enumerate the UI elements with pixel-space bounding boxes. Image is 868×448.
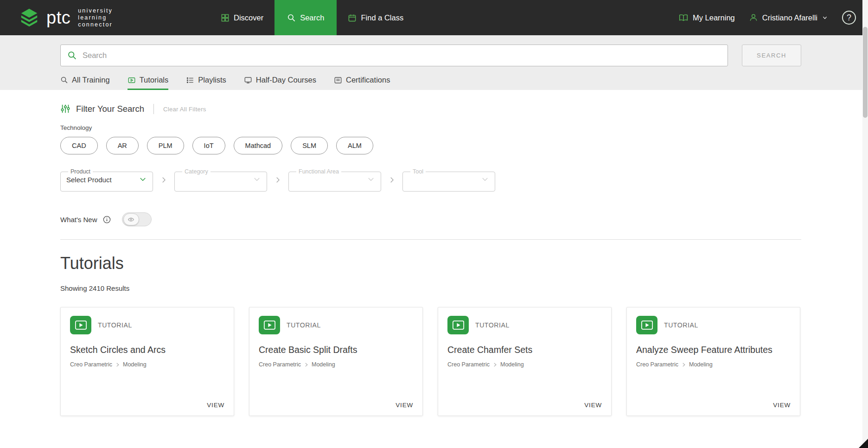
chevron-right-icon [160,175,168,185]
card-type-label: TUTORIAL [664,321,698,329]
section-divider [60,239,801,240]
search-input-wrap [60,45,728,66]
user-menu[interactable]: Cristiano Afarelli [749,13,828,22]
whats-new-toggle[interactable] [122,212,152,226]
brand-logo-group[interactable]: ptc university learning connector [19,7,113,28]
certificate-icon [334,76,342,84]
tagline-line-3: connector [78,21,113,28]
tutorial-video-icon [259,316,280,334]
scrollbar-thumb[interactable] [863,27,868,118]
tool-dropdown[interactable]: Tool [402,168,495,192]
functional-area-dropdown-value-row[interactable] [294,175,375,184]
card-type-label: TUTORIAL [98,321,132,329]
result-type-tabs: All Training Tutorials Playlists [60,71,390,90]
chevron-down-icon [481,175,489,184]
breadcrumb-item[interactable]: Creo Parametric [447,361,490,368]
search-submit-button[interactable]: SEARCH [742,45,801,66]
card-head: TUTORIAL [259,316,413,334]
product-dropdown[interactable]: Product Select Product [60,168,153,192]
monitor-icon [244,76,252,84]
view-button[interactable]: VIEW [773,402,791,409]
view-button[interactable]: VIEW [207,402,224,409]
breadcrumb-item[interactable]: Modeling [689,361,713,368]
card-title[interactable]: Create Chamfer Sets [447,345,602,355]
nav-item-search[interactable]: Search [274,0,337,35]
nav-item-my-learning[interactable]: My Learning [678,13,735,23]
playlist-icon [186,76,194,84]
tutorial-card[interactable]: TUTORIAL Sketch Circles and Arcs Creo Pa… [60,307,234,416]
card-head: TUTORIAL [447,316,602,334]
breadcrumb-item[interactable]: Creo Parametric [259,361,301,368]
functional-area-dropdown[interactable]: Functional Area [288,168,381,192]
magnifier-icon [67,51,77,60]
category-dropdown[interactable]: Category [174,168,267,192]
info-icon[interactable] [102,215,111,224]
card-title[interactable]: Sketch Circles and Arcs [70,345,224,355]
card-title[interactable]: Analyze Sweep Feature Attributes [636,345,791,355]
card-head: TUTORIAL [70,316,224,334]
tutorial-card[interactable]: TUTORIAL Create Chamfer Sets Creo Parame… [438,307,612,416]
tab-label: Playlists [198,76,226,84]
results-heading: Tutorials [60,254,801,273]
tab-all-training[interactable]: All Training [60,71,110,90]
main-content: Filter Your Search Clear All Filters Tec… [0,104,868,416]
clear-all-filters-button[interactable]: Clear All Filters [163,106,206,113]
filter-header: Filter Your Search Clear All Filters [60,104,801,114]
tab-label: Certifications [346,76,390,84]
category-dropdown-value-row[interactable] [180,175,261,184]
product-dropdown-value-row[interactable]: Select Product [66,175,147,184]
user-icon [749,13,758,22]
view-button[interactable]: VIEW [396,402,413,409]
pill-slm[interactable]: SLM [291,137,328,154]
brand-tagline: university learning connector [78,7,113,28]
breadcrumb-item[interactable]: Modeling [500,361,524,368]
breadcrumb-item[interactable]: Creo Parametric [70,361,112,368]
pill-ar[interactable]: AR [106,137,139,154]
chevron-down-icon [253,175,261,184]
magnifier-icon [60,76,68,84]
chevron-right-icon [388,175,396,185]
tagline-line-2: learning [78,14,113,21]
functional-area-dropdown-label: Functional Area [296,168,341,175]
pill-alm[interactable]: ALM [336,137,373,154]
nav-item-label: Search [300,13,324,22]
chevron-down-icon [822,14,828,21]
chevron-right-icon [304,362,308,367]
card-title[interactable]: Create Basic Split Drafts [259,345,413,355]
breadcrumb-item[interactable]: Creo Parametric [636,361,678,368]
tab-half-day-courses[interactable]: Half-Day Courses [244,71,316,90]
filter-title: Filter Your Search [76,104,144,114]
view-button[interactable]: VIEW [584,402,602,409]
vertical-scrollbar[interactable] [862,0,868,448]
top-navbar: ptc university learning connector Discov… [0,0,868,35]
tool-dropdown-label: Tool [410,168,426,175]
tutorial-card[interactable]: TUTORIAL Create Basic Split Drafts Creo … [249,307,423,416]
whats-new-toggle-knob [123,213,139,225]
user-name: Cristiano Afarelli [762,13,817,22]
tool-dropdown-value-row[interactable] [408,175,489,184]
tutorial-video-icon [636,316,657,334]
tab-certifications[interactable]: Certifications [334,71,390,90]
pill-plm[interactable]: PLM [147,137,184,154]
card-head: TUTORIAL [636,316,791,334]
pill-iot[interactable]: IoT [192,137,225,154]
tutorial-video-icon [70,316,91,334]
pill-mathcad[interactable]: Mathcad [234,137,283,154]
breadcrumb-item[interactable]: Modeling [123,361,147,368]
my-learning-label: My Learning [693,13,735,22]
chevron-right-icon [115,362,120,367]
search-input[interactable] [82,51,721,60]
nav-item-discover[interactable]: Discover [210,0,274,35]
chevron-right-icon [274,175,282,185]
help-button[interactable]: ? [842,11,856,25]
search-section: SEARCH All Training Tutorials [0,35,868,90]
pill-cad[interactable]: CAD [60,137,98,154]
card-type-label: TUTORIAL [287,321,321,329]
nav-item-find-a-class[interactable]: Find a Class [337,0,415,35]
tab-tutorials[interactable]: Tutorials [128,71,169,90]
tab-label: Half-Day Courses [256,76,316,84]
results-card-row: TUTORIAL Sketch Circles and Arcs Creo Pa… [60,307,801,416]
breadcrumb-item[interactable]: Modeling [312,361,335,368]
tutorial-card[interactable]: TUTORIAL Analyze Sweep Feature Attribute… [626,307,800,416]
tab-playlists[interactable]: Playlists [186,71,226,90]
